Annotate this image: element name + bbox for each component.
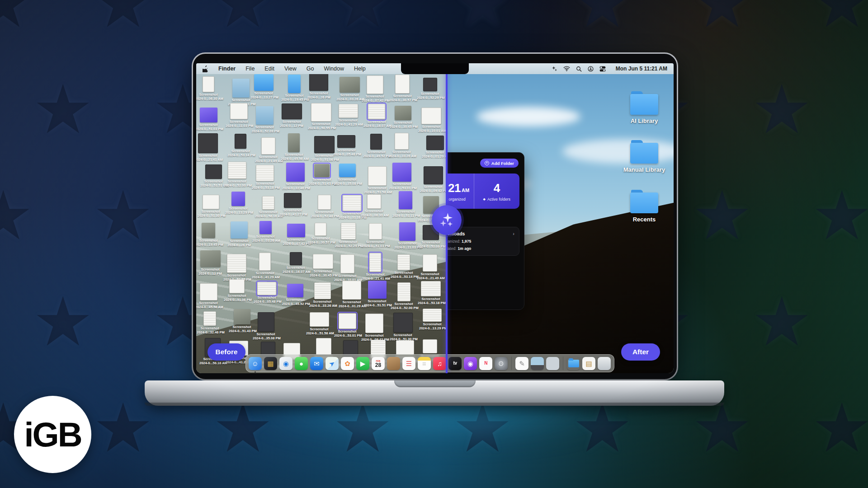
desktop-screenshot-file[interactable]: Screenshot2024-0...33.26 AM [388, 133, 415, 158]
desktop-screenshot-file[interactable]: Screenshot2024-0...01.29 AM [339, 281, 365, 308]
freeform-icon[interactable] [387, 357, 400, 370]
desktop-screenshot-file[interactable]: Screenshot2024-0...07.42 PM [362, 75, 388, 103]
desktop-screenshot-file[interactable]: Screenshot2024-0...41.29 AM [335, 104, 361, 127]
desktop-folder-recents[interactable]: Recents [615, 192, 674, 223]
desktop-screenshot-file[interactable]: Screenshot2024-0...19.45 PM [196, 223, 222, 247]
desktop-screenshot-file[interactable]: Screenshot2024-0...35.08 PM [334, 164, 360, 186]
desktop-screenshot-file[interactable]: Screenshot2024-0...51.43 PM [229, 309, 255, 333]
desktop-screenshot-file[interactable]: Screenshot2024-0...06.30 AM [361, 194, 387, 217]
menu-item-view[interactable]: View [284, 66, 297, 72]
desktop-screenshot-file[interactable]: Screenshot2024-0...52.29 PM [417, 78, 443, 100]
reminders-icon[interactable]: ☰ [402, 357, 415, 370]
safari-icon[interactable]: ◉ [279, 357, 292, 370]
desktop-screenshot-file[interactable]: Screenshot2024-0...30.45 PM [390, 106, 416, 129]
desktop-screenshot-file[interactable]: Screenshot2024-0...19.45 PM [281, 75, 307, 102]
sparkle-handle[interactable] [432, 205, 462, 235]
system-settings-icon[interactable]: ⚙ [495, 357, 508, 370]
desktop-screenshot-file[interactable]: Screenshot2024-0...16.07 AM [283, 252, 309, 274]
desktop-folder-ai-library[interactable]: AI Library [615, 94, 674, 124]
desktop-screenshot-file[interactable]: Screenshot2024-0...30.45 PM [310, 254, 336, 277]
add-folder-button[interactable]: + Add Folder [480, 159, 519, 168]
textedit-icon[interactable]: ✎ [515, 357, 528, 370]
calendar-icon[interactable]: FEB28 [372, 357, 385, 370]
desktop-screenshot-file[interactable]: Screenshot2024-0...49.52 PM [363, 134, 389, 158]
mail-icon[interactable]: ✉ [310, 357, 323, 370]
desktop-screenshot-file[interactable]: Screenshot2024-0...12 PM [278, 103, 305, 128]
wifi-icon[interactable] [563, 66, 570, 71]
desktop-screenshot-file[interactable]: Screenshot2024-0...03.26 AM [252, 221, 278, 243]
search-icon[interactable] [576, 66, 582, 72]
desktop-screenshot-file[interactable]: Screenshot2024-0...16.07 AM [363, 104, 390, 128]
control-center-icon[interactable] [599, 66, 606, 72]
desktop-screenshot-file[interactable]: Screenshot2024-0...51.51 PM [364, 281, 390, 307]
desktop-screenshot-file[interactable]: Screenshot2024-0...13.29 PM [419, 309, 445, 330]
apple-menu-icon[interactable] [203, 66, 208, 72]
desktop-screenshot-file[interactable]: Screenshot2024-0...56.16 AM [255, 196, 281, 218]
photos-icon[interactable]: ✿ [341, 357, 354, 370]
document-icon[interactable]: ▤ [582, 357, 595, 370]
desktop-screenshot-file[interactable]: Screenshot2024-0...35.08 PM [253, 312, 279, 340]
desktop-screenshot-file[interactable]: Screenshot2024-0...13.29 PM [225, 192, 251, 215]
desktop-screenshot-file[interactable]: Screenshot2024-0...49.52 PM [282, 284, 308, 306]
desktop-screenshot-file[interactable]: Screenshot2024-0...12 PM [197, 250, 223, 276]
desktop-screenshot-file[interactable]: Screenshot2024-0...05.48 PM [333, 135, 359, 156]
desktop-screenshot-file[interactable]: Screenshot2024-0...11.03 PM [226, 103, 252, 128]
desktop-screenshot-file[interactable]: Screenshot2024-0...51.58 AM [364, 166, 390, 194]
facetime-icon[interactable]: ▶ [356, 357, 369, 370]
desktop-screenshot-file[interactable]: Screenshot2024-0...30.57 PM [307, 223, 334, 244]
menu-item-finder[interactable]: Finder [218, 66, 236, 72]
before-button[interactable]: Before [208, 343, 245, 361]
desktop-screenshot-file[interactable]: Screenshot2024-0...51.58 AM [306, 312, 332, 335]
desktop-screenshot-file[interactable]: Screenshot2024-0...53.14 PM [227, 134, 254, 157]
desktop-screenshot-file[interactable]: Screenshot2024-0...21.41 AM [362, 253, 388, 281]
desktop-screenshot-file[interactable]: Screenshot2024-0...21.41 AM [196, 133, 221, 162]
desktop-screenshot-file[interactable]: Screenshot2024-0...21.49 AM [417, 254, 443, 280]
notes-icon[interactable]: ≡ [418, 357, 431, 370]
desktop-screenshot-file[interactable]: Screenshot2024-0...26 PM [226, 221, 252, 247]
menu-clock[interactable]: Mon Jun 5 11:21 AM [616, 66, 667, 72]
desktop-screenshot-file[interactable]: Screenshot2024-0...32.46 PM [197, 311, 223, 334]
desktop-screenshot-file[interactable]: Screenshot2024-0...51.30 PM [390, 313, 416, 341]
launchpad-icon[interactable]: ▦ [264, 357, 277, 370]
desktop-screenshot-file[interactable]: Screenshot2024-0...01.29 AM [422, 136, 447, 159]
desktop-screenshot-file[interactable]: Screenshot2024-0...30.57 PM [389, 75, 415, 102]
desktop-screenshot-file[interactable]: Screenshot2024-0...05.48 PM [254, 282, 280, 304]
desktop-screenshot-file[interactable]: Screenshot2024-0...53.01 PM [389, 163, 415, 190]
desktop-screenshot-file[interactable]: Screenshot2024-0...51.06 PM [224, 279, 250, 302]
desktop-screenshot-file[interactable]: Screenshot2024-0...41.29 AM [252, 253, 278, 279]
desktop-screenshot-file[interactable]: Screenshot2024-0...50.55 PM [223, 254, 250, 282]
desktop-screenshot-file[interactable]: Screenshot2024-0...41.27 PM [279, 193, 306, 216]
podcasts-icon[interactable]: ◉ [464, 357, 477, 370]
desktop-screenshot-file[interactable]: Screenshot2024-0...32.46 PM [282, 163, 308, 190]
desktop-screenshot-file[interactable]: Screenshot2024-0...52.29 PM [335, 223, 361, 248]
desktop-screenshot-file[interactable]: Screenshot2024-0...50.55 PM [308, 103, 334, 130]
desktop-screenshot-file[interactable]: Screenshot2024-0...03.26 AM [336, 77, 363, 101]
desktop-screenshot-file[interactable]: Screenshot2024-0...10.01 AM [418, 108, 444, 133]
desktop-screenshot-file[interactable]: Screenshot2024-0...45.56 AM [281, 133, 307, 161]
desktop-screenshot-file[interactable]: Screenshot2024-0...53.18 PM [252, 165, 278, 190]
desktop-screenshot-file[interactable]: Screenshot2024-0...07.42 PM [283, 224, 309, 246]
desktop-screenshot-file[interactable]: Screenshot2024-0...21.49 AM [255, 137, 281, 163]
desktop-screenshot-file[interactable]: Screenshot2024-0...51.30 PM [198, 195, 224, 218]
desktop-screenshot-file[interactable]: Screenshot2024-0...52.09 PM [251, 106, 278, 133]
desktop-screenshot-file[interactable]: Screenshot2024-0...51.03 PM [196, 108, 222, 131]
messages-icon[interactable]: ● [295, 357, 308, 370]
siri-icon[interactable] [588, 66, 594, 72]
apple-tv-icon[interactable]: tv [448, 357, 462, 370]
screenshot-preview-icon[interactable] [531, 357, 544, 370]
desktop-screenshot-file[interactable]: Screenshot2024-0...51.43 PM [309, 164, 335, 186]
music-icon[interactable]: ♫ [433, 357, 446, 370]
news-icon[interactable]: N [479, 357, 492, 370]
desktop-screenshot-file[interactable]: Screenshot2024-0...33.26 AM [309, 282, 335, 308]
menu-item-go[interactable]: Go [307, 66, 314, 72]
desktop-screenshot-file[interactable]: Screenshot2024-0...53.18 PM [418, 281, 444, 305]
maps-icon[interactable]: ➤ [326, 357, 339, 370]
finder-icon[interactable]: ☺ [249, 357, 262, 370]
desktop-screenshot-file[interactable]: Screenshot2024-0...45.56 AM [196, 283, 222, 309]
desktop-screenshot-file[interactable]: Screenshot2024-0...52.48 PM [311, 195, 337, 218]
desktop-screenshot-file[interactable]: Screenshot2024-0...52.00 PM [224, 162, 250, 188]
desktop-screenshot-file[interactable]: Screenshot2024-0...51.51 PM [200, 164, 226, 188]
desktop-screenshot-file[interactable]: Screenshot2024-0...51.03 PM [362, 223, 388, 248]
desktop-screenshot-file[interactable]: Screenshot2024-0...53.01 PM [334, 313, 360, 338]
desktop-folder-manual-library[interactable]: Manual Library [615, 143, 674, 173]
